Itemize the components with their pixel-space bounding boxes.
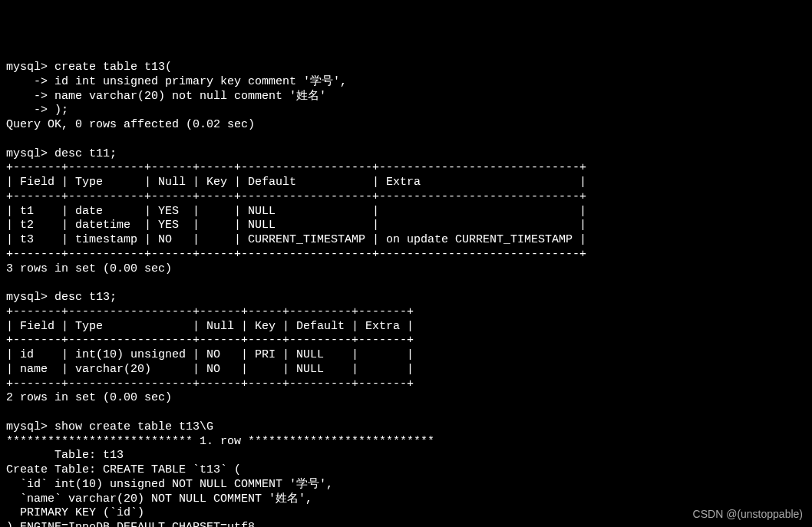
prompt-cont: ->: [6, 75, 48, 88]
query-result: Query OK, 0 rows affected (0.02 sec): [6, 118, 255, 131]
prompt: mysql>: [6, 147, 48, 160]
command-text: desc t13;: [48, 291, 117, 304]
command-text: name varchar(20) not null comment '姓名': [48, 90, 326, 103]
output-line: `name` varchar(20) NOT NULL COMMENT '姓名'…: [6, 492, 312, 506]
table-border: +-------+-----------+------+-----+------…: [6, 161, 586, 174]
row-separator: *************************** 1. row *****…: [6, 435, 434, 448]
table-border: +-------+------------------+------+-----…: [6, 334, 414, 347]
table-border: +-------+-----------+------+-----+------…: [6, 248, 586, 261]
table-border: +-------+------------------+------+-----…: [6, 305, 414, 318]
query-result: 3 rows in set (0.00 sec): [6, 262, 172, 275]
command-text: id int unsigned primary key comment '学号'…: [48, 75, 347, 88]
output-line: PRIMARY KEY (`id`): [6, 506, 144, 519]
prompt-cont: ->: [6, 104, 48, 117]
prompt-cont: ->: [6, 90, 48, 103]
prompt: mysql>: [6, 291, 48, 304]
table-row: | name | varchar(20) | NO | | NULL | |: [6, 363, 414, 376]
table-border: +-------+-----------+------+-----+------…: [6, 190, 586, 203]
command-text: );: [48, 104, 68, 117]
table-row: | id | int(10) unsigned | NO | PRI | NUL…: [6, 348, 414, 361]
output-line: `id` int(10) unsigned NOT NULL COMMENT '…: [6, 478, 333, 491]
command-text: show create table t13\G: [48, 420, 213, 433]
watermark: CSDN @(unstoppable): [693, 508, 803, 522]
table-border: +-------+------------------+------+-----…: [6, 377, 414, 390]
table-header: | Field | Type | Null | Key | Default | …: [6, 176, 586, 189]
command-text: desc t11;: [48, 147, 117, 160]
table-row: | t1 | date | YES | | NULL | |: [6, 205, 586, 218]
query-result: 2 rows in set (0.00 sec): [6, 391, 172, 404]
prompt: mysql>: [6, 61, 48, 74]
output-line: Create Table: CREATE TABLE `t13` (: [6, 463, 241, 476]
prompt: mysql>: [6, 420, 48, 433]
table-row: | t3 | timestamp | NO | | CURRENT_TIMEST…: [6, 233, 586, 246]
output-line: Table: t13: [6, 449, 124, 462]
terminal-output[interactable]: mysql> create table t13( -> id int unsig…: [6, 61, 806, 527]
output-line: ) ENGINE=InnoDB DEFAULT CHARSET=utf8: [6, 521, 255, 527]
table-header: | Field | Type | Null | Key | Default | …: [6, 320, 414, 333]
command-text: create table t13(: [48, 61, 172, 74]
table-row: | t2 | datetime | YES | | NULL | |: [6, 219, 586, 232]
